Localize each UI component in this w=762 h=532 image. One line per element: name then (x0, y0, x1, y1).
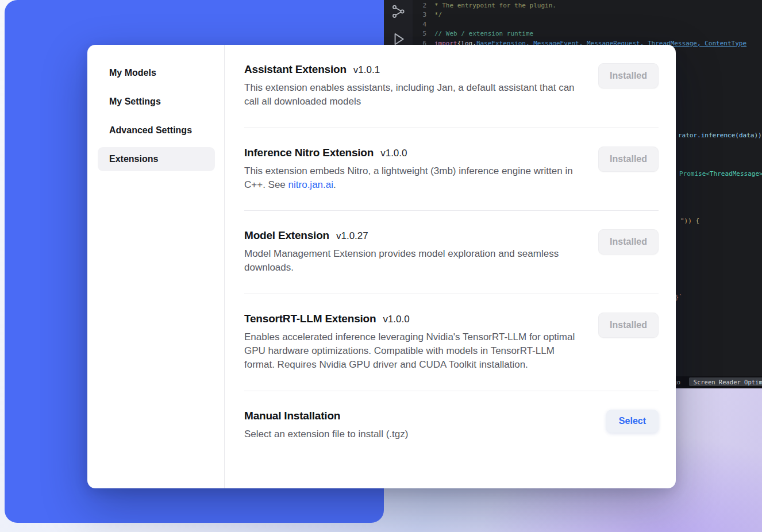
line-number: 3 (416, 10, 426, 20)
line-number: 5 (416, 29, 426, 38)
manual-installation-title: Manual Installation (244, 410, 340, 422)
extension-info: Model Extension v1.0.27 Model Management… (244, 229, 581, 275)
description-text: Model Management Extension provides mode… (244, 248, 559, 273)
extensions-list: Assistant Extension v1.0.1 This extensio… (225, 45, 676, 488)
code-line: 5 // Web / extension runtime (416, 29, 746, 38)
code-fragment: Promise<ThreadMessage> (679, 170, 762, 178)
installed-button: Installed (598, 229, 659, 255)
extension-info: Inference Nitro Extension v1.0.0 This ex… (244, 147, 581, 192)
manual-installation-description: Select an extension file to install (.tg… (244, 427, 408, 441)
line-number: 4 (416, 20, 426, 29)
select-button[interactable]: Select (606, 410, 659, 433)
sidebar-item-label: Advanced Settings (109, 125, 192, 135)
extension-row: Model Extension v1.0.27 Model Management… (244, 211, 659, 294)
extension-description: Model Management Extension provides mode… (244, 247, 581, 275)
installed-button: Installed (598, 63, 659, 88)
page: 2 * The entrypoint for the plugin. 3 */ … (0, 0, 762, 532)
extension-name: Model Extension (244, 229, 329, 242)
code-fragment: rator.inference(data)); (678, 132, 762, 139)
extension-row: TensortRT-LLM Extension v1.0.0 Enables a… (244, 294, 659, 391)
extension-version: v1.0.1 (353, 64, 380, 76)
extension-row: Inference Nitro Extension v1.0.0 This ex… (244, 128, 659, 211)
extension-name: Inference Nitro Extension (244, 147, 374, 159)
extension-description: Enables accelerated inference leveraging… (244, 330, 581, 372)
code-text: // Web / extension runtime (434, 29, 533, 38)
extension-link[interactable]: nitro.jan.ai (288, 179, 333, 190)
extension-version: v1.0.27 (336, 230, 368, 242)
installed-button: Installed (598, 147, 659, 172)
description-text: Enables accelerated inference leveraging… (244, 331, 575, 371)
settings-sidebar: My Models My Settings Advanced Settings … (87, 45, 225, 488)
sidebar-item-advanced-settings[interactable]: Advanced Settings (98, 118, 215, 142)
extension-version: v1.0.0 (383, 314, 409, 325)
screen-reader-chip: Screen Reader Optimized (689, 377, 762, 386)
code-line: 3 */ (416, 10, 746, 20)
code-text: * The entrypoint for the plugin. (434, 1, 556, 10)
code-fragment: ")) { (680, 217, 699, 225)
sidebar-item-label: Extensions (109, 154, 158, 164)
extension-description: This extension enables assistants, inclu… (244, 81, 581, 109)
run-debug-icon (391, 31, 406, 46)
extension-version: v1.0.0 (380, 148, 407, 159)
description-suffix: . (333, 179, 336, 190)
code-text: */ (434, 10, 442, 20)
extension-info: Assistant Extension v1.0.1 This extensio… (244, 63, 581, 109)
source-control-icon (391, 4, 406, 19)
installed-button: Installed (598, 313, 659, 338)
code-line: 4 (416, 20, 746, 29)
extension-name: TensortRT-LLM Extension (244, 313, 376, 325)
extension-info: TensortRT-LLM Extension v1.0.0 Enables a… (244, 313, 581, 372)
sidebar-item-extensions[interactable]: Extensions (98, 147, 215, 171)
extension-description: This extension embeds Nitro, a lightweig… (244, 164, 581, 192)
extension-name: Assistant Extension (244, 63, 347, 76)
sidebar-item-label: My Settings (109, 97, 161, 106)
sidebar-item-my-settings[interactable]: My Settings (98, 90, 215, 114)
manual-installation-row: Manual Installation Select an extension … (244, 391, 659, 460)
manual-installation-info: Manual Installation Select an extension … (244, 410, 408, 441)
settings-modal: My Models My Settings Advanced Settings … (87, 45, 676, 488)
sidebar-item-label: My Models (109, 68, 156, 78)
code-line: 2 * The entrypoint for the plugin. (416, 1, 746, 10)
description-text: This extension enables assistants, inclu… (244, 82, 575, 107)
code-lines: 2 * The entrypoint for the plugin. 3 */ … (416, 1, 746, 48)
line-number: 2 (416, 1, 426, 10)
sidebar-item-my-models[interactable]: My Models (98, 61, 215, 85)
extension-row: Assistant Extension v1.0.1 This extensio… (244, 45, 659, 128)
